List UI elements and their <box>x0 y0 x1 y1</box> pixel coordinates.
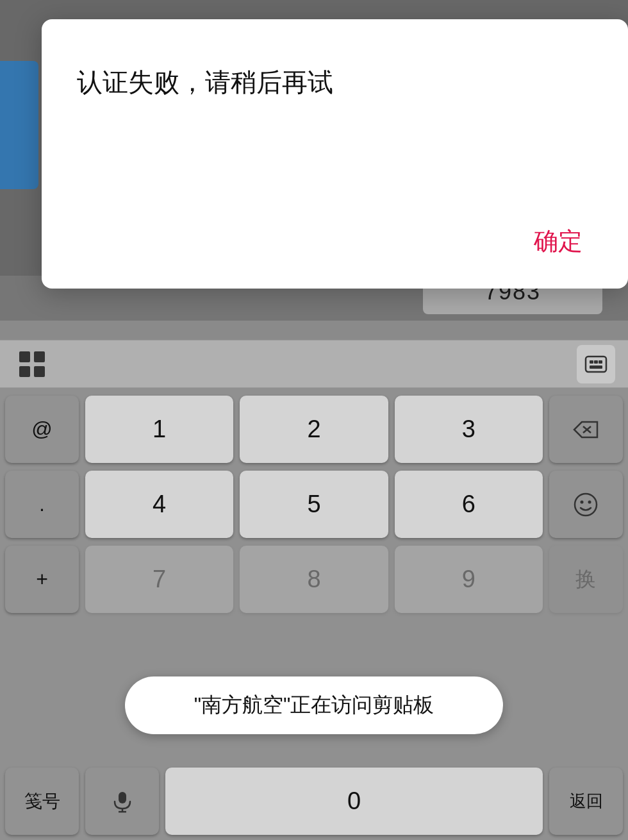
svg-rect-8 <box>590 365 602 369</box>
clipboard-notification: "南方航空"正在访问剪贴板 <box>125 676 503 734</box>
svg-point-13 <box>581 500 584 503</box>
key-8[interactable]: 8 <box>240 546 388 613</box>
keyboard-toolbar <box>0 340 628 388</box>
key-jian-hao[interactable]: 笺号 <box>5 768 79 835</box>
dialog-confirm-button[interactable]: 确定 <box>524 220 593 263</box>
key-4[interactable]: 4 <box>85 471 233 538</box>
svg-rect-3 <box>34 366 45 377</box>
key-2[interactable]: 2 <box>240 396 388 463</box>
svg-rect-0 <box>19 351 30 362</box>
key-7[interactable]: 7 <box>85 546 233 613</box>
mic-icon[interactable] <box>85 768 159 835</box>
svg-rect-15 <box>119 792 126 803</box>
svg-rect-7 <box>599 360 602 364</box>
svg-point-12 <box>575 494 597 516</box>
keyboard-switch-icon[interactable] <box>577 345 615 383</box>
svg-point-14 <box>588 500 591 503</box>
key-0[interactable]: 0 <box>165 768 543 835</box>
svg-rect-5 <box>590 360 593 364</box>
key-extra[interactable]: 换 <box>549 546 623 613</box>
svg-rect-6 <box>594 360 598 364</box>
key-dot[interactable]: . <box>5 471 79 538</box>
dialog-message: 认证失败，请稍后再试 <box>77 64 593 100</box>
backspace-icon[interactable] <box>549 396 623 463</box>
keyboard-row-1: @ 1 2 3 <box>0 396 628 463</box>
svg-rect-2 <box>19 366 30 377</box>
key-6[interactable]: 6 <box>395 471 543 538</box>
svg-rect-1 <box>34 351 45 362</box>
dialog-actions: 确定 <box>77 220 593 263</box>
key-return[interactable]: 返回 <box>549 768 623 835</box>
svg-marker-9 <box>574 422 597 437</box>
key-1[interactable]: 1 <box>85 396 233 463</box>
grid-icon[interactable] <box>13 345 51 383</box>
emoji-icon[interactable] <box>549 471 623 538</box>
keyboard-row-2: . 4 5 6 <box>0 471 628 538</box>
key-9[interactable]: 9 <box>395 546 543 613</box>
dialog-box: 认证失败，请稍后再试 确定 <box>42 19 628 289</box>
key-plus[interactable]: + <box>5 546 79 613</box>
key-3[interactable]: 3 <box>395 396 543 463</box>
key-5[interactable]: 5 <box>240 471 388 538</box>
svg-rect-4 <box>586 357 606 372</box>
clipboard-text: "南方航空"正在访问剪贴板 <box>194 691 434 719</box>
keyboard-bottom-row: 笺号 0 返回 <box>0 760 628 840</box>
key-at[interactable]: @ <box>5 396 79 463</box>
keyboard-row-3: + 7 8 9 换 <box>0 546 628 613</box>
